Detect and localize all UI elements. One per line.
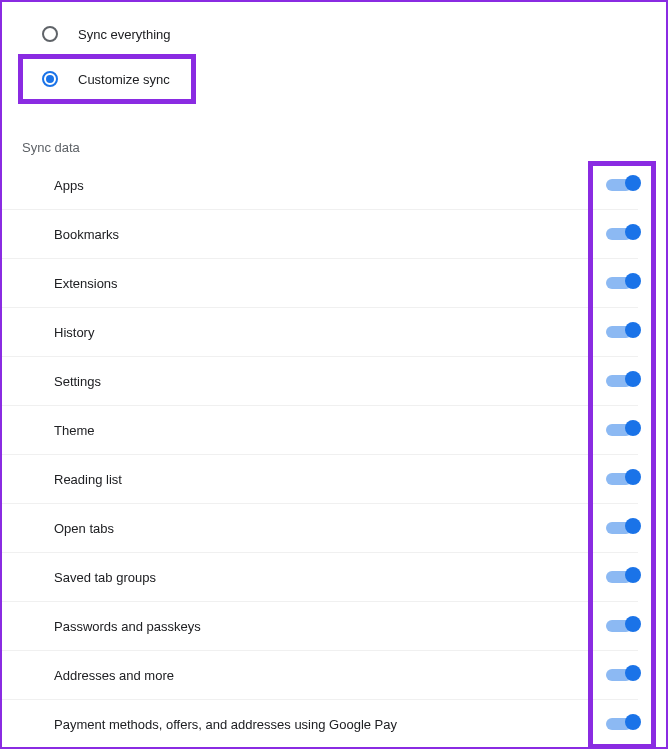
sync-label: Open tabs — [54, 521, 114, 536]
sync-row-history: History — [2, 308, 638, 357]
sync-label: Addresses and more — [54, 668, 174, 683]
sync-data-list: Apps Bookmarks Extensions History Settin… — [2, 161, 666, 749]
toggle-thumb — [625, 665, 641, 681]
sync-data-header: Sync data — [2, 120, 666, 161]
sync-row-settings: Settings — [2, 357, 638, 406]
sync-row-extensions: Extensions — [2, 259, 638, 308]
toggle-thumb — [625, 714, 641, 730]
toggle-open-tabs[interactable] — [606, 520, 638, 536]
toggle-thumb — [625, 420, 641, 436]
toggle-payment-methods[interactable] — [606, 716, 638, 732]
sync-row-payment-methods: Payment methods, offers, and addresses u… — [2, 700, 638, 749]
toggle-history[interactable] — [606, 324, 638, 340]
toggle-thumb — [625, 273, 641, 289]
toggle-bookmarks[interactable] — [606, 226, 638, 242]
toggle-settings[interactable] — [606, 373, 638, 389]
sync-row-apps: Apps — [2, 161, 638, 210]
toggle-thumb — [625, 175, 641, 191]
sync-label: Extensions — [54, 276, 118, 291]
sync-row-passwords: Passwords and passkeys — [2, 602, 638, 651]
sync-label: Reading list — [54, 472, 122, 487]
sync-label: Settings — [54, 374, 101, 389]
sync-label: Apps — [54, 178, 84, 193]
toggle-thumb — [625, 616, 641, 632]
radio-row-sync-everything[interactable]: Sync everything — [2, 14, 666, 54]
toggle-thumb — [625, 224, 641, 240]
toggle-saved-tab-groups[interactable] — [606, 569, 638, 585]
toggle-thumb — [625, 322, 641, 338]
sync-mode-options: Sync everything Customize sync — [2, 14, 666, 120]
toggle-thumb — [625, 469, 641, 485]
radio-icon — [42, 26, 58, 42]
sync-label: Saved tab groups — [54, 570, 156, 585]
toggle-extensions[interactable] — [606, 275, 638, 291]
sync-label: Bookmarks — [54, 227, 119, 242]
toggle-passwords[interactable] — [606, 618, 638, 634]
toggle-theme[interactable] — [606, 422, 638, 438]
radio-row-customize-sync[interactable]: Customize sync — [18, 54, 196, 104]
toggle-thumb — [625, 567, 641, 583]
sync-row-saved-tab-groups: Saved tab groups — [2, 553, 638, 602]
toggle-reading-list[interactable] — [606, 471, 638, 487]
sync-label: Payment methods, offers, and addresses u… — [54, 717, 397, 732]
toggle-apps[interactable] — [606, 177, 638, 193]
sync-row-reading-list: Reading list — [2, 455, 638, 504]
sync-label: Passwords and passkeys — [54, 619, 201, 634]
radio-icon-selected — [42, 71, 58, 87]
radio-label-sync-everything: Sync everything — [78, 27, 171, 42]
sync-row-theme: Theme — [2, 406, 638, 455]
toggle-thumb — [625, 371, 641, 387]
sync-row-open-tabs: Open tabs — [2, 504, 638, 553]
sync-label: Theme — [54, 423, 94, 438]
sync-row-addresses: Addresses and more — [2, 651, 638, 700]
sync-row-bookmarks: Bookmarks — [2, 210, 638, 259]
toggle-addresses[interactable] — [606, 667, 638, 683]
sync-label: History — [54, 325, 94, 340]
toggle-thumb — [625, 518, 641, 534]
radio-label-customize-sync: Customize sync — [78, 72, 170, 87]
radio-inner-dot — [46, 75, 54, 83]
